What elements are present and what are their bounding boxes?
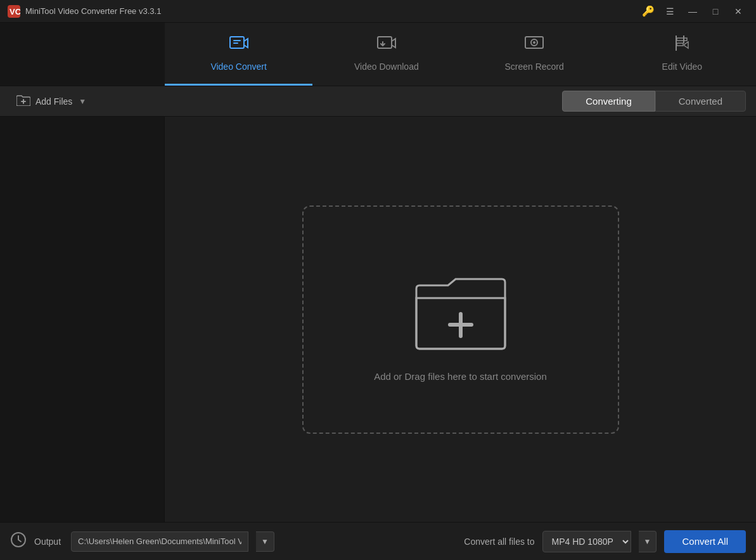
add-files-chevron-icon: ▼ bbox=[79, 97, 86, 106]
maximize-button[interactable]: □ bbox=[705, 4, 726, 19]
tab-video-convert[interactable]: Video Convert bbox=[165, 23, 312, 86]
drop-area-text: Add or Drag files here to start conversi… bbox=[374, 371, 547, 382]
app-logo-area bbox=[0, 23, 165, 86]
tab-video-convert-label: Video Convert bbox=[210, 62, 266, 72]
title-bar: VC MiniTool Video Converter Free v3.3.1 … bbox=[0, 0, 756, 23]
format-chevron-icon[interactable]: ▼ bbox=[639, 531, 657, 552]
convert-all-files-label: Convert all files to bbox=[464, 537, 534, 547]
output-path-input[interactable] bbox=[71, 531, 248, 552]
window-controls: ☰ — □ ✕ bbox=[660, 4, 748, 19]
app-title: MiniTool Video Converter Free v3.3.1 bbox=[25, 6, 642, 16]
folder-add-icon bbox=[404, 257, 518, 358]
svg-rect-3 bbox=[378, 37, 392, 48]
svg-point-6 bbox=[533, 41, 535, 44]
sub-tab-converted[interactable]: Converted bbox=[655, 91, 746, 112]
tab-screen-record[interactable]: Screen Record bbox=[461, 23, 608, 86]
add-files-button[interactable]: Add Files ▼ bbox=[10, 89, 93, 113]
footer: Output ▼ Convert all files to MP4 HD 108… bbox=[0, 522, 756, 560]
video-download-icon bbox=[376, 33, 397, 56]
convert-all-button[interactable]: Convert All bbox=[664, 530, 746, 553]
svg-text:VC: VC bbox=[10, 7, 20, 16]
drop-area-container: Add or Drag files here to start conversi… bbox=[165, 117, 756, 522]
minimize-button[interactable]: — bbox=[682, 4, 703, 19]
sidebar bbox=[0, 117, 165, 522]
drop-area[interactable]: Add or Drag files here to start conversi… bbox=[302, 205, 619, 434]
add-files-icon bbox=[16, 93, 30, 109]
tab-edit-video-label: Edit Video bbox=[662, 62, 703, 72]
main-content: Add or Drag files here to start conversi… bbox=[0, 117, 756, 522]
output-path-chevron[interactable]: ▼ bbox=[256, 531, 274, 552]
tab-screen-record-label: Screen Record bbox=[504, 62, 563, 72]
output-label: Output bbox=[34, 537, 61, 547]
clock-icon bbox=[10, 531, 27, 552]
sub-tab-converting[interactable]: Converting bbox=[562, 91, 655, 112]
tab-video-download-label: Video Download bbox=[354, 62, 419, 72]
nav-tabs: Video Convert Video Download Screen Reco… bbox=[0, 23, 756, 86]
add-files-label: Add Files bbox=[35, 96, 72, 107]
screen-record-icon bbox=[524, 33, 544, 56]
menu-button[interactable]: ☰ bbox=[660, 4, 680, 19]
sub-tabs: Converting Converted bbox=[562, 91, 746, 112]
close-button[interactable]: ✕ bbox=[728, 4, 748, 19]
key-icon: 🔑 bbox=[642, 5, 655, 17]
tab-edit-video[interactable]: Edit Video bbox=[608, 23, 756, 86]
edit-video-icon bbox=[672, 33, 692, 56]
video-convert-icon bbox=[229, 33, 249, 56]
format-select[interactable]: MP4 HD 1080P bbox=[542, 531, 631, 552]
app-logo: VC bbox=[8, 5, 20, 18]
tab-video-download[interactable]: Video Download bbox=[312, 23, 460, 86]
toolbar: Add Files ▼ Converting Converted bbox=[0, 86, 756, 117]
